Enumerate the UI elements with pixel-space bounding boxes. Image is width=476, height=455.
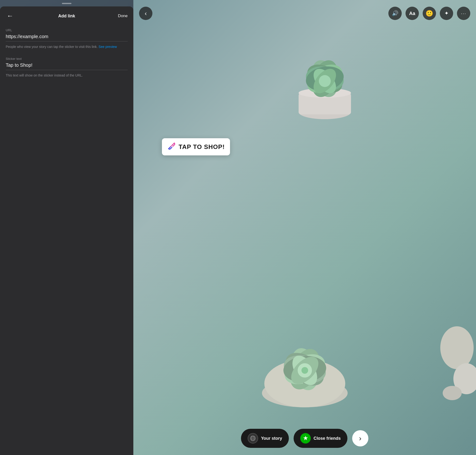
sound-icon: 🔊 (392, 10, 398, 16)
sheet-title: Add link (58, 14, 75, 19)
effects-button[interactable]: ✦ (440, 7, 453, 20)
add-link-sheet: ← Add link Done URL People who view your… (0, 7, 133, 455)
done-button[interactable]: Done (118, 14, 128, 18)
bottom-bar: Your story ★ Close friends › (133, 429, 476, 448)
toolbar: ‹ 🔊 Aa 🙂 ✦ ··· (133, 7, 476, 20)
close-friends-button[interactable]: ★ Close friends (294, 429, 347, 448)
sticker-text-input[interactable] (6, 62, 128, 70)
bottom-plant-decoration (245, 305, 364, 412)
more-button[interactable]: ··· (457, 7, 470, 20)
right-panel: ‹ 🔊 Aa 🙂 ✦ ··· TAP TO SHOP! (133, 0, 476, 455)
link-sticker[interactable]: TAP TO SHOP! (162, 138, 230, 155)
url-hint-text: People who view your story can tap the s… (6, 45, 99, 49)
text-icon: Aa (409, 11, 415, 16)
left-panel: ← Add link Done URL People who view your… (0, 0, 133, 455)
sheet-header: ← Add link Done (6, 7, 128, 24)
sound-button[interactable]: 🔊 (388, 7, 402, 20)
sticker-label: Sticker text (6, 57, 128, 61)
your-story-button[interactable]: Your story (241, 429, 289, 448)
more-icon: ··· (461, 11, 467, 16)
url-hint: People who view your story can tap the s… (6, 44, 128, 49)
rocks-decoration (405, 312, 476, 407)
your-story-icon (248, 433, 258, 444)
close-friends-label: Close friends (314, 436, 341, 441)
sticker-icon: 🙂 (426, 10, 433, 17)
url-section: URL People who view your story can tap t… (6, 28, 128, 49)
effects-icon: ✦ (444, 10, 449, 16)
svg-point-23 (301, 367, 308, 374)
back-button[interactable]: ← (6, 11, 14, 21)
see-preview-link[interactable]: See preview (99, 45, 117, 49)
your-story-label: Your story (261, 436, 282, 441)
sticker-hint-text: This text will show on the sticker inste… (6, 73, 128, 78)
globe-icon (250, 435, 256, 442)
url-input[interactable] (6, 34, 128, 41)
link-emoji-icon (167, 142, 176, 152)
svg-point-11 (319, 75, 331, 87)
next-arrow-icon: › (359, 434, 361, 442)
svg-point-24 (440, 326, 474, 369)
next-button[interactable]: › (352, 430, 368, 447)
sticker-label-text: TAP TO SHOP! (179, 143, 225, 151)
back-button-right[interactable]: ‹ (139, 7, 152, 20)
sticker-section: Sticker text This text will show on the … (6, 57, 128, 78)
svg-point-26 (443, 386, 462, 400)
sticker-button[interactable]: 🙂 (423, 7, 436, 20)
back-icon: ‹ (145, 10, 147, 17)
top-plant-decoration (275, 19, 375, 138)
close-friends-icon: ★ (300, 433, 311, 444)
text-button[interactable]: Aa (405, 7, 419, 20)
url-label: URL (6, 28, 128, 32)
sheet-handle (62, 3, 71, 4)
link-svg-icon (167, 142, 176, 150)
back-arrow-icon: ← (7, 12, 13, 20)
